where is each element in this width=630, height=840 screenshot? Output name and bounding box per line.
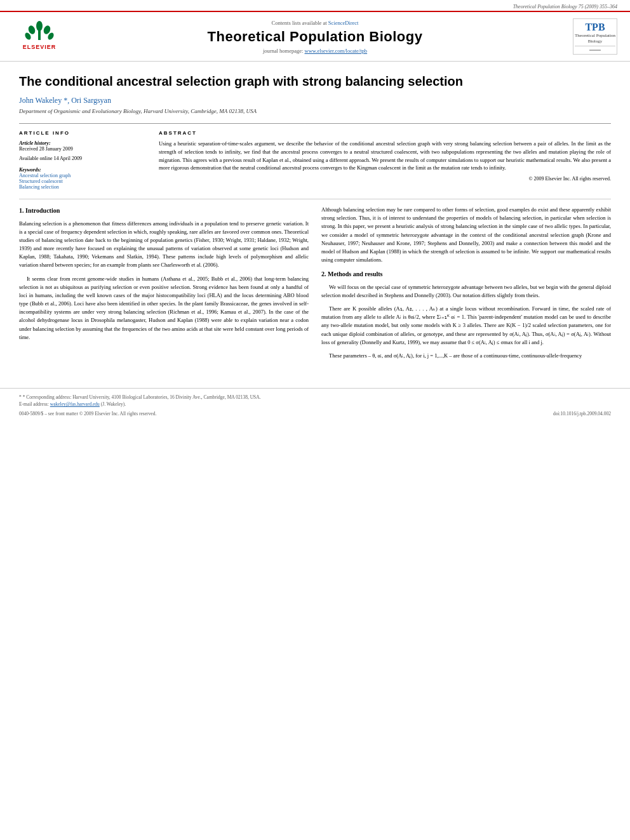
copyright-line: © 2009 Elsevier Inc. All rights reserved…	[159, 176, 611, 182]
journal-center: Contents lists available at ScienceDirec…	[70, 20, 560, 54]
article-history-section: Article history: Received 28 January 200…	[19, 140, 146, 161]
journal-citation: Theoretical Population Biology 75 (2009)…	[513, 4, 617, 10]
methods-section-title: 2. Methods and results	[321, 269, 611, 279]
footnote-email: E-mail address: wakeley@fas.harvard.edu …	[19, 401, 611, 408]
article-history-label: Article history:	[19, 140, 51, 146]
keyword-1: Ancestral selection graph	[19, 173, 146, 178]
tpb-abbr: TPB	[575, 22, 615, 33]
journal-logo-right: TPB Theoretical Population Biology ▬▬▬	[560, 18, 617, 55]
svg-text:ELSEVIER: ELSEVIER	[23, 44, 57, 50]
keyword-3: Balancing selection	[19, 184, 146, 190]
footer-bottom: 0040-5809/$ – see front matter © 2009 El…	[19, 411, 611, 417]
section-divider	[19, 199, 611, 199]
keyword-2: Structured coalescent	[19, 178, 146, 184]
body-columns: 1. Introduction Balancing selection is a…	[19, 206, 611, 365]
email-label: E-mail address:	[19, 401, 49, 407]
methods-para-1: We will focus on the special case of sym…	[321, 283, 611, 300]
footer-issn: 0040-5809/$ – see front matter © 2009 El…	[19, 411, 156, 417]
keywords-section: Keywords: Ancestral selection graph Stru…	[19, 166, 146, 190]
right-para-1: Although balancing selection may be rare…	[321, 206, 611, 264]
intro-section-title: 1. Introduction	[19, 206, 309, 216]
info-row: ARTICLE INFO Article history: Received 2…	[19, 123, 611, 190]
svg-rect-5	[38, 30, 41, 40]
journal-citation-bar: Theoretical Population Biology 75 (2009)…	[0, 0, 630, 11]
journal-header: ELSEVIER Contents lists available at Sci…	[0, 11, 630, 62]
article-title: The conditional ancestral selection grap…	[19, 73, 611, 90]
tpb-full-name: Theoretical Population Biology	[575, 33, 615, 43]
left-body-column: 1. Introduction Balancing selection is a…	[19, 206, 309, 365]
methods-para-3: These parameters – θ, αᵢ, and σ(Aᵢ, Aⱼ),…	[321, 352, 611, 360]
contents-line: Contents lists available at ScienceDirec…	[70, 20, 560, 26]
footer-doi: doi:10.1016/j.tpb.2009.04.002	[553, 411, 611, 417]
journal-title: Theoretical Population Biology	[70, 29, 560, 45]
footer-bar: * * Corresponding address: Harvard Unive…	[0, 388, 630, 422]
article-info-heading: ARTICLE INFO	[19, 130, 146, 136]
homepage-link[interactable]: www.elsevier.com/locate/tpb	[305, 48, 368, 54]
abstract-text: Using a heuristic separation-of-time-sca…	[159, 140, 611, 172]
elsevier-logo: ELSEVIER	[13, 18, 70, 55]
content-area: The conditional ancestral selection grap…	[0, 62, 630, 378]
abstract-heading: ABSTRACT	[159, 130, 611, 136]
svg-point-0	[36, 21, 43, 31]
email-link[interactable]: wakeley@fas.harvard.edu	[50, 401, 100, 407]
methods-para-2: There are K possible alleles (A₁, A₂, . …	[321, 305, 611, 347]
article-info-column: ARTICLE INFO Article history: Received 2…	[19, 130, 146, 190]
intro-para-1: Balancing selection is a phenomenon that…	[19, 220, 309, 270]
article-authors: John Wakeley *, Ori Sargsyan	[19, 96, 611, 105]
available-date: Available online 14 April 2009	[19, 156, 146, 161]
sciencedirect-link[interactable]: ScienceDirect	[328, 20, 359, 26]
email-suffix: (J. Wakeley).	[101, 401, 126, 407]
tpb-logo-box: TPB Theoretical Population Biology ▬▬▬	[573, 18, 617, 55]
received-date: Received 28 January 2009	[19, 146, 146, 152]
footnote-star: * * Corresponding address: Harvard Unive…	[19, 394, 611, 401]
right-body-column: Although balancing selection may be rare…	[321, 206, 611, 365]
journal-homepage: journal homepage: www.elsevier.com/locat…	[70, 48, 560, 54]
abstract-column: ABSTRACT Using a heuristic separation-of…	[159, 130, 611, 190]
article-affiliation: Department of Organismic and Evolutionar…	[19, 108, 611, 114]
page-container: Theoretical Population Biology 75 (2009)…	[0, 0, 630, 840]
intro-para-2: It seems clear from recent genome-wide s…	[19, 275, 309, 342]
elsevier-logo-svg: ELSEVIER	[13, 18, 67, 53]
keywords-label: Keywords:	[19, 167, 41, 173]
